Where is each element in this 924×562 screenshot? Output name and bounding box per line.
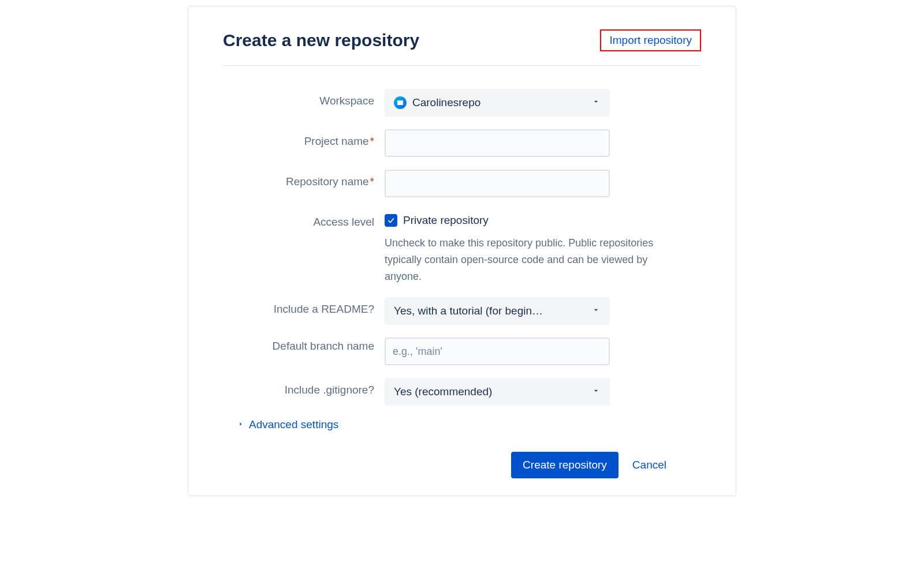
workspace-select[interactable]: Carolinesrepo	[385, 89, 610, 117]
repository-name-input[interactable]	[385, 170, 610, 197]
private-repo-checkbox[interactable]	[385, 214, 397, 227]
chevron-down-icon	[591, 96, 601, 109]
repository-name-row: Repository name	[223, 170, 701, 197]
repository-name-label: Repository name	[223, 170, 385, 188]
access-level-label: Access level	[223, 210, 385, 228]
create-repo-card: Create a new repository Import repositor…	[188, 6, 736, 496]
project-name-input[interactable]	[385, 129, 610, 157]
advanced-settings-toggle[interactable]: Advanced settings	[237, 418, 701, 431]
advanced-settings-label: Advanced settings	[249, 418, 338, 431]
gitignore-select[interactable]: Yes (recommended)	[385, 378, 610, 406]
chevron-down-icon	[591, 305, 601, 317]
readme-label: Include a README?	[223, 297, 385, 316]
workspace-label: Workspace	[223, 89, 385, 107]
card-header: Create a new repository Import repositor…	[223, 29, 701, 66]
gitignore-value: Yes (recommended)	[394, 385, 492, 398]
cancel-link[interactable]: Cancel	[632, 459, 666, 471]
workspace-value: Carolinesrepo	[412, 96, 480, 109]
footer: Create repository Cancel	[223, 452, 666, 478]
default-branch-input[interactable]	[385, 338, 610, 365]
readme-select[interactable]: Yes, with a tutorial (for begin…	[385, 297, 610, 325]
workspace-row: Workspace Carolinesrepo	[223, 89, 701, 117]
readme-row: Include a README? Yes, with a tutorial (…	[223, 297, 701, 325]
default-branch-label: Default branch name	[223, 338, 385, 354]
project-name-label: Project name	[223, 129, 385, 148]
chevron-down-icon	[591, 385, 601, 398]
workspace-avatar-icon	[394, 96, 407, 109]
access-level-help: Uncheck to make this repository public. …	[385, 235, 685, 284]
readme-value: Yes, with a tutorial (for begin…	[394, 305, 543, 317]
page-title: Create a new repository	[223, 31, 419, 50]
project-name-row: Project name	[223, 129, 701, 157]
import-repository-link[interactable]: Import repository	[600, 29, 701, 51]
private-repo-checkbox-label: Private repository	[403, 214, 489, 227]
create-repository-button[interactable]: Create repository	[511, 452, 619, 478]
chevron-right-icon	[237, 419, 244, 430]
gitignore-row: Include .gitignore? Yes (recommended)	[223, 378, 701, 406]
access-level-row: Access level Private repository Uncheck …	[223, 210, 701, 284]
default-branch-row: Default branch name	[223, 338, 701, 365]
gitignore-label: Include .gitignore?	[223, 378, 385, 396]
